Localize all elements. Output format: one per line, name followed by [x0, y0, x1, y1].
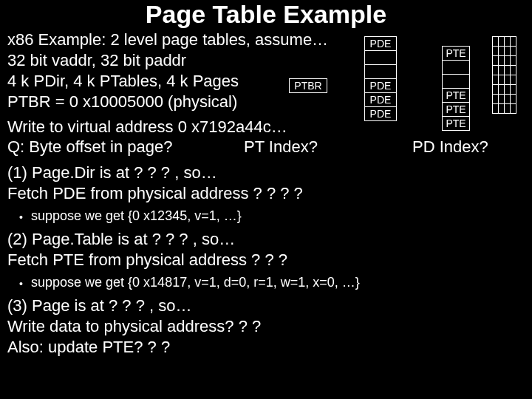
pte-entry-blank	[443, 61, 470, 75]
step1-line2: Fetch PDE from physical address ? ? ? ?	[7, 183, 303, 204]
pde-entry-blank	[365, 51, 397, 65]
page-table: PTE PTE PTE PTE	[442, 46, 470, 131]
step2-line2: Fetch PTE from physical address ? ? ?	[7, 250, 287, 270]
step3-line1: (3) Page is at ? ? ? , so…	[7, 296, 191, 316]
ptbr-box: PTBR	[289, 78, 327, 93]
bullet2-text: suppose we get {0 x14817, v=1, d=0, r=1,…	[31, 275, 360, 290]
bullet1-text: suppose we get {0 x12345, v=1, …}	[31, 208, 242, 224]
step1-line1: (1) Page.Dir is at ? ? ? , so…	[7, 163, 217, 183]
bullet-icon: •	[19, 211, 23, 223]
page-directory-table: PDE PDE PDE PDE	[364, 36, 397, 121]
pde-entry: PDE	[365, 79, 397, 93]
pte-entry-blank	[443, 75, 470, 89]
question-pd-index: PD Index?	[412, 137, 488, 157]
slide-title: Page Table Example	[0, 0, 532, 29]
step2-line1: (2) Page.Table is at ? ? ? , so…	[7, 229, 235, 250]
page-frame-grid	[492, 36, 516, 114]
step3-line2: Write data to physical address? ? ?	[7, 316, 261, 337]
slide: Page Table Example x86 Example: 2 level …	[0, 0, 532, 399]
line-write: Write to virtual address 0 x7192a44c…	[7, 117, 287, 137]
pte-entry: PTE	[443, 89, 470, 103]
line-intro: x86 Example: 2 level page tables, assume…	[7, 30, 328, 50]
pde-entry: PDE	[365, 37, 397, 51]
line-bits: 32 bit vaddr, 32 bit paddr	[7, 50, 186, 71]
pde-entry: PDE	[365, 93, 397, 107]
step3-line3: Also: update PTE? ? ?	[7, 337, 170, 358]
line-sizes: 4 k PDir, 4 k PTables, 4 k Pages	[7, 71, 239, 92]
pte-entry: PTE	[443, 103, 470, 117]
pde-entry: PDE	[365, 107, 397, 121]
pde-entry-blank	[365, 65, 397, 79]
question-pt-index: PT Index?	[244, 137, 318, 157]
pte-entry: PTE	[443, 117, 470, 131]
bullet-icon: •	[19, 278, 23, 290]
line-ptbr: PTBR = 0 x10005000 (physical)	[7, 92, 237, 112]
pte-entry: PTE	[443, 47, 470, 61]
